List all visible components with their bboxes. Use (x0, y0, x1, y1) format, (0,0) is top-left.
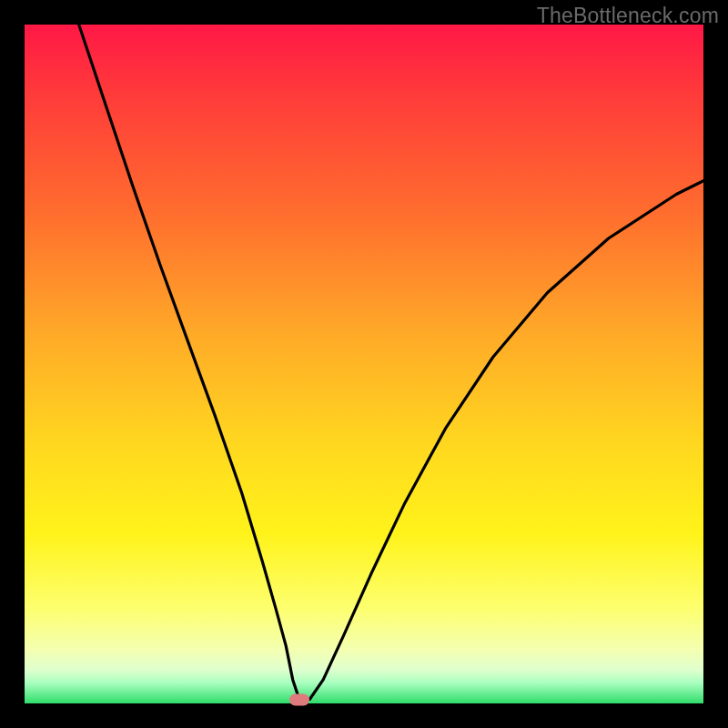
curve-svg (25, 25, 703, 703)
chart-frame: TheBottleneck.com (0, 0, 728, 728)
bottleneck-curve (79, 25, 703, 700)
plot-area (25, 25, 703, 703)
optimal-marker (289, 694, 309, 706)
